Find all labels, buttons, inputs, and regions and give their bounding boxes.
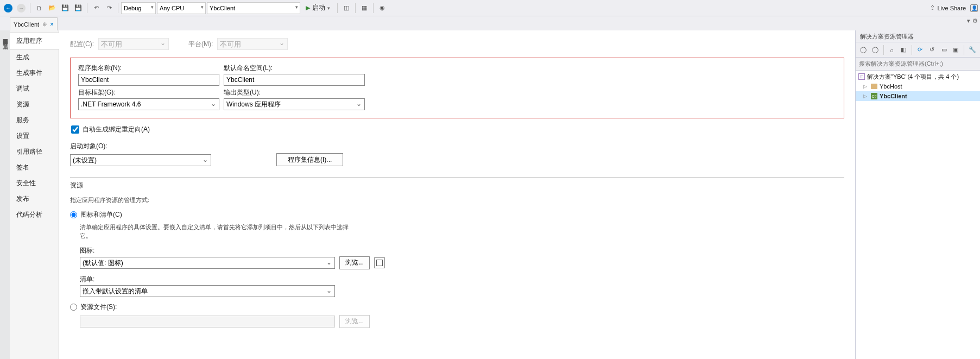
manifest-select[interactable]: 嵌入带默认设置的清单 [80,285,335,297]
auto-binding-label: 自动生成绑定重定向(A) [83,125,150,134]
target-framework-select[interactable]: .NET Framework 4.6 [78,98,219,110]
play-icon: ▶ [306,4,310,11]
start-debug-button[interactable]: ▶ 启动 ▾ [301,2,334,14]
main-region: 服务器资源管理器 工具箱 应用程序 生成 生成事件 调试 资源 服务 设置 引用… [0,30,980,359]
nav-services[interactable]: 服务 [10,112,59,128]
manifest-label: 清单: [80,275,844,284]
nav-resources[interactable]: 资源 [10,97,59,112]
icon-select[interactable]: (默认值: 图标) [80,257,335,269]
icon-manifest-radio[interactable] [70,211,77,218]
nav-publish[interactable]: 发布 [10,191,59,207]
toolbar-btn-b[interactable]: ▦ [358,2,370,14]
nav-buildevents[interactable]: 生成事件 [10,65,59,81]
save-button[interactable]: 💾 [59,2,71,14]
tree-project-ybcclient[interactable]: ▷ C# YbcClient [856,91,980,101]
live-share-button[interactable]: ⇪ Live Share [927,4,969,11]
tab-dropdown-icon[interactable]: ▾ [967,17,970,24]
toolbar-btn-c[interactable]: ◉ [376,2,388,14]
pin-icon[interactable]: ⊕ [42,21,47,27]
nav-security[interactable]: 安全性 [10,175,59,191]
properties-side-nav: 应用程序 生成 生成事件 调试 资源 服务 设置 引用路径 签名 安全性 发布 … [10,30,59,359]
project-properties-editor: 应用程序 生成 生成事件 调试 资源 服务 设置 引用路径 签名 安全性 发布 … [10,30,855,359]
toolbar-btn-a[interactable]: ◫ [340,2,352,14]
sol-fwd-icon[interactable]: ◯ [870,45,881,55]
share-icon: ⇪ [930,4,935,11]
solution-explorer-panel: 解决方案资源管理器 ◯ ◯ ⌂ ◧ ⟳ ↺ ▭ ▣ 🔧 ◫ 解决方案"YBC"(… [855,30,980,359]
nav-debug[interactable]: 调试 [10,81,59,97]
redo-button[interactable]: ↷ [103,2,115,14]
undo-button[interactable]: ↶ [90,2,102,14]
icon-label: 图标: [80,246,844,255]
resources-group-title: 资源 [70,181,844,190]
output-type-label: 输出类型(U): [224,88,365,97]
doc-tab-ybcclient[interactable]: YbcClient ⊕ × [10,17,58,30]
platform-select: 不可用 [217,38,288,50]
document-tab-strip: YbcClient ⊕ × ▾ ⚙ [0,16,980,30]
gear-icon[interactable]: ⚙ [972,17,978,24]
nav-analysis[interactable]: 代码分析 [10,207,59,223]
resource-file-radio[interactable] [70,304,77,311]
startup-object-select[interactable]: (未设置) [70,154,211,166]
solution-search[interactable] [856,58,980,71]
sol-switch-icon[interactable]: ◧ [898,45,909,55]
tree-project-ybchost[interactable]: ▷ YbcHost [856,81,980,91]
config-select: 不可用 [98,38,169,50]
solution-explorer-title: 解决方案资源管理器 [856,30,980,42]
close-icon[interactable]: × [50,21,54,28]
resource-file-input [80,316,335,327]
solution-search-input[interactable] [859,59,977,68]
resources-help: 指定应用程序资源的管理方式: [70,196,342,205]
sol-back-icon[interactable]: ◯ [858,45,869,55]
nav-refpaths[interactable]: 引用路径 [10,144,59,160]
assembly-name-label: 程序集名称(N): [78,64,219,73]
nav-build[interactable]: 生成 [10,49,59,65]
open-file-button[interactable]: 📂 [46,2,58,14]
platform-combo[interactable]: Any CPU [157,2,206,14]
sol-sync-icon[interactable]: ↺ [927,45,938,55]
config-label: 配置(C): [70,40,94,49]
output-type-select[interactable]: Windows 应用程序 [224,98,365,110]
icon-manifest-radio-label: 图标和清单(C) [80,210,122,219]
icon-preview [374,257,385,268]
config-combo[interactable]: Debug [121,2,156,14]
solution-tree: ◫ 解决方案"YBC"(4 个项目，共 4 个) ▷ YbcHost ▷ C# … [856,71,980,359]
resource-file-browse-button: 浏览... [339,315,370,328]
sol-showall-icon[interactable]: ▣ [950,45,961,55]
sol-home-icon[interactable]: ⌂ [887,45,897,55]
tree-solution-node[interactable]: ◫ 解决方案"YBC"(4 个项目，共 4 个) [856,72,980,81]
resource-file-radio-label: 资源文件(S): [80,303,117,312]
startup-project-combo[interactable]: YbcClient [207,2,300,14]
profile-icon[interactable]: 👤 [970,4,978,12]
target-framework-label: 目标框架(G): [78,88,219,97]
nav-app[interactable]: 应用程序 [10,33,59,49]
sol-properties-icon[interactable]: 🔧 [967,45,978,55]
nav-back-button[interactable]: ← [2,2,14,14]
startup-object-label: 启动对象(O): [70,142,211,151]
default-namespace-input[interactable] [224,74,365,86]
chevron-right-icon[interactable]: ▷ [863,84,869,89]
default-namespace-label: 默认命名空间(L): [224,64,365,73]
icon-browse-button[interactable]: 浏览... [339,256,370,269]
new-item-button[interactable]: 🗋 [33,2,45,14]
highlighted-section: 程序集名称(N): 默认命名空间(L): 目标框架(G): .NET Frame… [70,58,844,118]
sol-collapse-icon[interactable]: ▭ [939,45,950,55]
main-toolbar: ← → 🗋 📂 💾 💾 ↶ ↷ Debug Any CPU YbcClient … [0,0,980,16]
platform-label: 平台(M): [188,40,213,49]
nav-settings[interactable]: 设置 [10,128,59,144]
assembly-name-input[interactable] [78,74,219,86]
chevron-right-icon[interactable]: ▷ [863,93,869,99]
auto-binding-checkbox[interactable] [71,125,79,134]
save-all-button[interactable]: 💾 [72,2,84,14]
solution-explorer-toolbar: ◯ ◯ ⌂ ◧ ⟳ ↺ ▭ ▣ 🔧 [856,42,980,58]
assembly-info-button[interactable]: 程序集信息(I)... [276,153,343,166]
start-label: 启动 [312,3,325,12]
properties-body: 配置(C): 不可用 平台(M): 不可用 程序集名称(N): 默认命名空间(L… [59,30,855,359]
nav-forward-button[interactable]: → [15,2,27,14]
sol-refresh-icon[interactable]: ⟳ [915,45,926,55]
icon-manifest-help: 清单确定应用程序的具体设置。要嵌入自定义清单，请首先将它添加到项目中，然后从以下… [80,223,351,241]
nav-signing[interactable]: 签名 [10,160,59,175]
left-toolwindow-strip[interactable]: 服务器资源管理器 工具箱 [0,30,10,359]
